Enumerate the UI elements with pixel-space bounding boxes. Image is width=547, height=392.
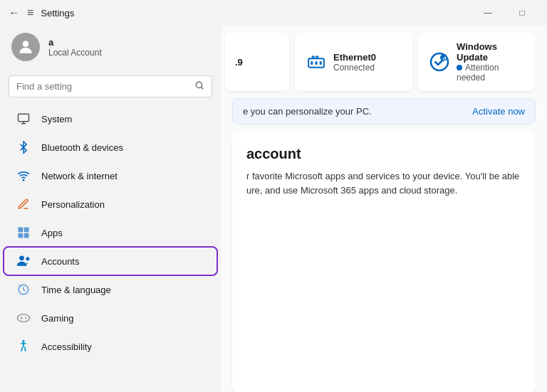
windows-update-icon: ↺ xyxy=(429,52,449,72)
back-button[interactable]: ← xyxy=(9,6,20,19)
apps-icon xyxy=(16,225,31,240)
svg-point-11 xyxy=(19,256,24,261)
time-icon xyxy=(16,282,31,297)
sidebar-label-time: Time & language xyxy=(41,285,111,295)
windows-update-label: Windows Update xyxy=(457,41,524,63)
sidebar-label-accounts: Accounts xyxy=(41,256,79,267)
main-content-card: account r favorite Microsoft apps and se… xyxy=(232,132,536,392)
user-info: a Local Account xyxy=(48,37,102,58)
sidebar-item-personalization[interactable]: Personalization xyxy=(4,191,217,218)
ethernet-card-text: Ethernet0 Connected xyxy=(333,52,376,73)
sidebar-label-system: System xyxy=(41,114,72,125)
sidebar-label-network: Network & internet xyxy=(41,171,118,181)
svg-rect-23 xyxy=(315,61,317,65)
search-input[interactable] xyxy=(16,81,189,92)
personalization-icon xyxy=(16,196,31,212)
activation-text: e you can personalize your PC. xyxy=(243,106,372,117)
partial-number-card: .9 xyxy=(225,33,289,91)
svg-rect-10 xyxy=(24,233,29,238)
svg-point-19 xyxy=(22,340,24,342)
accessibility-icon xyxy=(16,339,31,354)
main-layout: a Local Account xyxy=(0,26,547,392)
sidebar-label-bluetooth: Bluetooth & devices xyxy=(41,142,123,153)
avatar xyxy=(11,33,40,61)
svg-point-0 xyxy=(23,41,29,47)
bluetooth-icon xyxy=(16,139,31,155)
window-controls: — □ xyxy=(472,1,538,24)
sidebar-item-network[interactable]: Network & internet xyxy=(4,162,217,189)
update-dot xyxy=(457,65,462,70)
titlebar: ← ≡ Settings — □ xyxy=(0,0,547,26)
sidebar-item-system[interactable]: System xyxy=(4,105,217,132)
activate-now-link[interactable]: Activate now xyxy=(472,106,525,117)
svg-point-12 xyxy=(26,257,29,260)
sidebar-label-accessibility: Accessibility xyxy=(41,341,92,352)
user-name: a xyxy=(48,37,102,48)
ethernet-icon xyxy=(306,52,326,72)
svg-rect-3 xyxy=(19,114,29,122)
svg-point-14 xyxy=(17,314,29,322)
sidebar-item-accessibility[interactable]: Accessibility xyxy=(4,333,217,360)
sidebar-label-apps: Apps xyxy=(41,228,63,238)
search-box[interactable] xyxy=(9,75,212,97)
sidebar: a Local Account xyxy=(0,26,221,392)
search-icon xyxy=(194,80,204,92)
svg-point-18 xyxy=(26,318,27,319)
ethernet-status: Connected xyxy=(333,63,376,73)
sidebar-item-gaming[interactable]: Gaming xyxy=(4,304,217,332)
svg-rect-22 xyxy=(311,61,313,65)
svg-point-1 xyxy=(196,82,202,88)
menu-button[interactable]: ≡ xyxy=(27,6,33,19)
main-card-description: r favorite Microsoft apps and services t… xyxy=(246,169,521,197)
svg-rect-24 xyxy=(320,61,322,65)
windows-update-status: Attention needed xyxy=(457,63,524,83)
gaming-icon xyxy=(16,310,31,326)
accounts-icon xyxy=(16,253,31,269)
sidebar-item-accounts[interactable]: Accounts xyxy=(4,248,217,275)
svg-rect-8 xyxy=(24,228,29,233)
ethernet-label: Ethernet0 xyxy=(333,52,376,63)
sidebar-item-apps[interactable]: Apps xyxy=(4,219,217,246)
main-card-title: account xyxy=(246,146,521,162)
top-cards: .9 Ethernet0 Connected xyxy=(221,26,547,98)
svg-rect-7 xyxy=(19,228,24,233)
activation-banner: e you can personalize your PC. Activate … xyxy=(232,98,536,125)
partial-number-text: .9 xyxy=(235,57,243,68)
windows-update-card[interactable]: ↺ Windows Update Attention needed xyxy=(418,33,536,91)
sidebar-label-personalization: Personalization xyxy=(41,199,105,210)
svg-point-6 xyxy=(23,179,24,181)
ethernet-card[interactable]: Ethernet0 Connected xyxy=(295,33,412,91)
content-area: .9 Ethernet0 Connected xyxy=(221,26,547,392)
svg-line-2 xyxy=(202,88,204,90)
user-account-type: Local Account xyxy=(48,48,102,58)
minimize-button[interactable]: — xyxy=(472,1,504,24)
sidebar-item-bluetooth[interactable]: Bluetooth & devices xyxy=(4,134,217,161)
sidebar-item-time[interactable]: Time & language xyxy=(4,276,217,303)
sidebar-label-gaming: Gaming xyxy=(41,313,74,324)
svg-rect-9 xyxy=(19,233,24,238)
network-icon xyxy=(16,168,31,184)
windows-update-card-text: Windows Update Attention needed xyxy=(457,41,524,83)
maximize-button[interactable]: □ xyxy=(506,1,538,24)
titlebar-title: Settings xyxy=(41,8,74,18)
system-icon xyxy=(16,111,31,127)
svg-point-17 xyxy=(25,317,26,319)
user-profile[interactable]: a Local Account xyxy=(0,26,221,73)
svg-text:↺: ↺ xyxy=(442,56,447,61)
